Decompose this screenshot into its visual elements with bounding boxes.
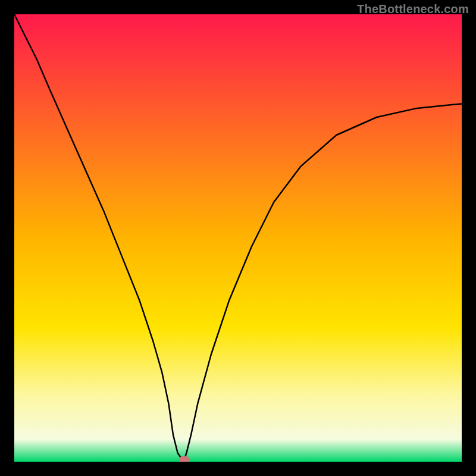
chart-svg — [14, 14, 462, 462]
plot-area — [14, 14, 462, 462]
watermark-text: TheBottleneck.com — [357, 2, 469, 16]
gradient-background — [14, 14, 462, 462]
chart-frame: TheBottleneck.com — [0, 0, 476, 476]
